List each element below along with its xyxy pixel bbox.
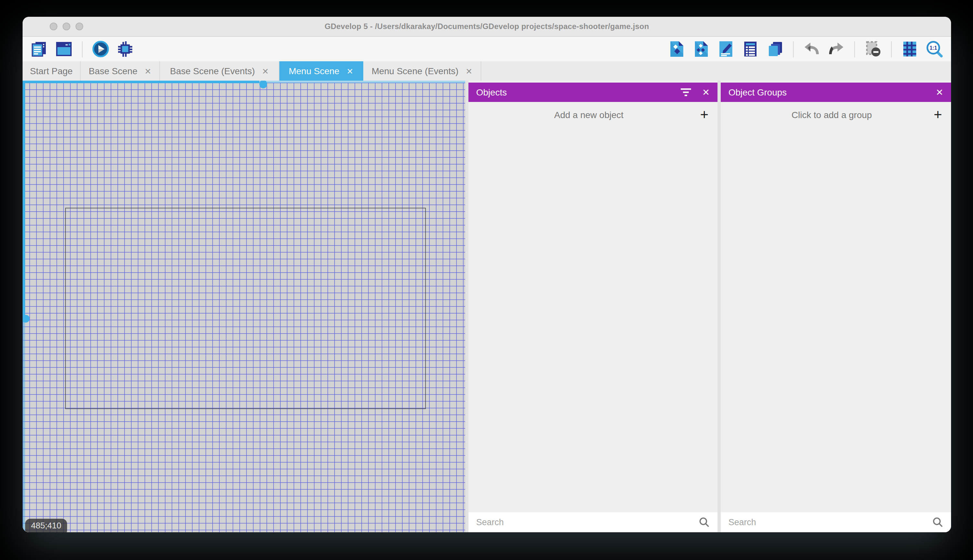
toolbar-separator bbox=[854, 41, 855, 57]
traffic-lights bbox=[50, 17, 83, 36]
window-mask-icon[interactable] bbox=[864, 40, 882, 58]
search-icon bbox=[699, 517, 710, 528]
svg-text:1:1: 1:1 bbox=[930, 45, 937, 51]
objects-panel-title: Objects bbox=[476, 87, 671, 97]
tab-label: Menu Scene bbox=[289, 66, 339, 76]
close-window-button[interactable] bbox=[50, 23, 57, 30]
zoom-1-1-icon[interactable]: 1:1 bbox=[925, 40, 943, 58]
objects-panel: Objects ✕ Add a new object + bbox=[468, 81, 718, 532]
vertical-scrollbar[interactable] bbox=[23, 81, 25, 315]
tab-label: Menu Scene (Events) bbox=[372, 66, 458, 76]
objects-editor-icon[interactable] bbox=[668, 40, 686, 58]
tab-label: Start Page bbox=[30, 66, 73, 76]
groups-search-bar bbox=[721, 512, 951, 532]
app-window: GDevelop 5 - /Users/dkarakay/Documents/G… bbox=[23, 17, 951, 532]
scene-canvas[interactable]: 485;410 bbox=[23, 81, 465, 532]
tab-start-page[interactable]: Start Page bbox=[23, 61, 81, 81]
zoom-window-button[interactable] bbox=[75, 23, 83, 30]
panel-resize-gutter[interactable] bbox=[465, 81, 468, 532]
tab-close-icon[interactable]: ✕ bbox=[347, 66, 353, 76]
tab-close-icon[interactable]: ✕ bbox=[262, 66, 269, 76]
objects-search-input[interactable] bbox=[476, 517, 694, 527]
groups-search-input[interactable] bbox=[728, 517, 927, 527]
project-manager-icon[interactable] bbox=[30, 40, 48, 58]
cursor-coordinates-badge: 485;410 bbox=[25, 519, 67, 532]
add-group-button[interactable]: + bbox=[934, 107, 942, 122]
toolbar-separator bbox=[891, 41, 892, 57]
close-icon[interactable]: ✕ bbox=[702, 87, 710, 97]
toolbar: 1:1 bbox=[23, 37, 951, 61]
object-groups-editor-icon[interactable] bbox=[692, 40, 710, 58]
titlebar: GDevelop 5 - /Users/dkarakay/Documents/G… bbox=[23, 17, 951, 37]
objects-search-bar bbox=[468, 512, 718, 532]
groups-list-empty bbox=[721, 127, 951, 512]
object-groups-panel-header: Object Groups ✕ bbox=[721, 83, 951, 102]
toolbar-separator bbox=[793, 41, 794, 57]
toolbar-separator bbox=[82, 41, 83, 57]
content-area: 485;410 Objects ✕ Ad bbox=[23, 81, 951, 532]
debug-icon[interactable] bbox=[116, 40, 134, 58]
objects-list-empty bbox=[468, 127, 718, 512]
filter-icon[interactable] bbox=[680, 88, 692, 97]
add-object-button[interactable]: + bbox=[700, 107, 708, 122]
layers-icon[interactable] bbox=[766, 40, 784, 58]
search-icon bbox=[932, 517, 943, 528]
vertical-scrollbar-track[interactable] bbox=[23, 315, 25, 532]
object-groups-panel-title: Object Groups bbox=[728, 87, 926, 97]
grid-icon[interactable] bbox=[901, 40, 919, 58]
close-icon[interactable]: ✕ bbox=[936, 87, 943, 97]
add-object-label: Add a new object bbox=[478, 109, 700, 120]
horizontal-scrollbar[interactable] bbox=[23, 81, 259, 83]
tab-close-icon[interactable]: ✕ bbox=[465, 66, 472, 76]
undo-icon[interactable] bbox=[803, 40, 821, 58]
tab-base-scene[interactable]: Base Scene ✕ bbox=[81, 61, 160, 81]
tab-bar: Start Page Base Scene ✕ Base Scene (Even… bbox=[23, 61, 951, 81]
tab-menu-scene[interactable]: Menu Scene ✕ bbox=[279, 61, 363, 81]
object-groups-panel: Object Groups ✕ Click to add a group + bbox=[721, 81, 951, 532]
objects-panel-header: Objects ✕ bbox=[468, 83, 718, 102]
tab-base-scene-events[interactable]: Base Scene (Events) ✕ bbox=[160, 61, 279, 81]
add-object-row[interactable]: Add a new object + bbox=[468, 102, 718, 127]
add-group-label: Click to add a group bbox=[730, 109, 934, 120]
minimize-window-button[interactable] bbox=[63, 23, 70, 30]
tab-label: Base Scene (Events) bbox=[170, 66, 255, 76]
add-group-row[interactable]: Click to add a group + bbox=[721, 102, 951, 127]
window-title: GDevelop 5 - /Users/dkarakay/Documents/G… bbox=[23, 17, 951, 36]
instances-list-icon[interactable] bbox=[741, 40, 760, 58]
screenshot-stage: GDevelop 5 - /Users/dkarakay/Documents/G… bbox=[0, 0, 973, 560]
properties-icon[interactable] bbox=[717, 40, 735, 58]
redo-icon[interactable] bbox=[827, 40, 845, 58]
game-window-frame bbox=[65, 208, 426, 409]
play-icon[interactable] bbox=[92, 40, 110, 58]
tab-menu-scene-events[interactable]: Menu Scene (Events) ✕ bbox=[363, 61, 482, 81]
panel-resize-gutter[interactable] bbox=[718, 81, 721, 532]
tab-label: Base Scene bbox=[89, 66, 137, 76]
tab-close-icon[interactable]: ✕ bbox=[145, 66, 151, 76]
window-icon[interactable] bbox=[55, 40, 73, 58]
horizontal-scrollbar-track[interactable] bbox=[259, 81, 465, 83]
